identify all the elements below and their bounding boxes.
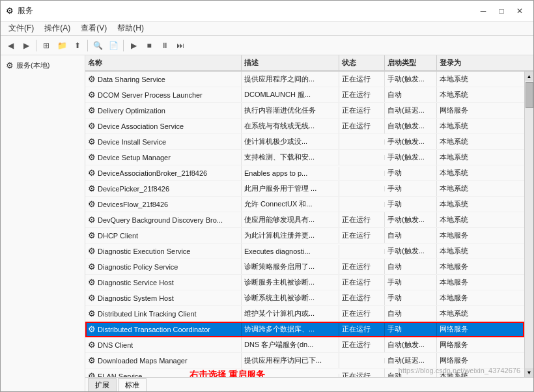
filter-button[interactable]: 🔍 <box>91 38 105 53</box>
toolbar: ◀ ▶ ⊞ 📁 ⬆ 🔍 📄 ▶ ■ ⏸ ⏭ <box>1 36 533 55</box>
table-row[interactable]: ⚙ Device Install Service 使计算机极少或没... 手动(… <box>85 134 524 150</box>
back-button[interactable]: ◀ <box>3 38 18 53</box>
table-row[interactable]: ⚙ Device Association Service 在系统与有线或无线..… <box>85 119 524 134</box>
table-row[interactable]: ⚙ ELAN Service 正在运行 自动 本地系统 右击选择 重启服务 <box>85 369 524 377</box>
service-logon: 本地系统 <box>437 72 489 87</box>
service-logon: 本地系统 <box>437 369 489 377</box>
table-row[interactable]: ⚙ Diagnostic Policy Service 诊断策略服务启用了...… <box>85 259 524 275</box>
service-name: Diagnostic Service Host <box>98 279 174 287</box>
service-logon: 网络服务 <box>437 322 489 337</box>
menu-view[interactable]: 查看(V) <box>76 21 112 35</box>
table-row[interactable]: ⚙ DHCP Client 为此计算机注册并更... 正在运行 自动 本地服务 <box>85 228 524 244</box>
service-desc: 使计算机极少或没... <box>242 134 339 149</box>
table-row[interactable]: ⚙ Diagnostic Service Host 诊断服务主机被诊断... 正… <box>85 275 524 290</box>
scroll-down-arrow[interactable]: ▼ <box>525 368 534 377</box>
service-name: Device Association Service <box>98 122 184 130</box>
restart-button[interactable]: ⏭ <box>173 38 188 53</box>
table-row[interactable]: ⚙ DNS Client DNS 客户端服务(dn... 正在运行 自动(触发.… <box>85 337 524 353</box>
window-controls: ─ □ ✕ <box>475 5 528 18</box>
service-status: 正在运行 <box>339 212 385 227</box>
service-status <box>339 358 385 363</box>
close-button[interactable]: ✕ <box>511 5 528 18</box>
service-startup: 手动(触发... <box>385 150 437 165</box>
menu-action[interactable]: 操作(A) <box>39 21 76 35</box>
service-icon: ⚙ <box>88 262 96 272</box>
service-logon: 本地系统 <box>437 87 489 102</box>
service-name: Diagnostic Execution Service <box>98 247 190 255</box>
play-button[interactable]: ▶ <box>126 38 141 53</box>
folder-button[interactable]: 📁 <box>55 38 69 53</box>
service-startup: 手动 <box>385 181 437 196</box>
service-status: 正在运行 <box>339 72 385 87</box>
pause-button[interactable]: ⏸ <box>158 38 172 53</box>
main-content: ⚙ 服务(本地) 名称 描述 状态 启动类型 登录为 ⚙ Data Sharin… <box>1 55 533 391</box>
service-logon: 本地系统 <box>437 212 489 227</box>
service-startup: 手动(触发... <box>385 212 437 227</box>
service-startup: 手动 <box>385 322 437 337</box>
service-logon: 本地系统 <box>437 306 489 321</box>
service-startup: 自动 <box>385 228 437 243</box>
maximize-button[interactable]: □ <box>493 5 510 18</box>
service-startup: 手动 <box>385 290 437 305</box>
table-row[interactable]: ⚙ Data Sharing Service 提供应用程序之间的... 正在运行… <box>85 72 524 87</box>
table-row[interactable]: ⚙ DevicePicker_21f8426 此用户服务用于管理 ... 手动 … <box>85 181 524 197</box>
minimize-button[interactable]: ─ <box>475 5 492 18</box>
table-row[interactable]: ⚙ Diagnostic System Host 诊断系统主机被诊断... 正在… <box>85 290 524 306</box>
scrollbar[interactable]: ▲ ▼ <box>524 72 533 377</box>
table-row[interactable]: ⚙ Delivery Optimization 执行内容渐进优化任务 正在运行 … <box>85 103 524 119</box>
header-desc[interactable]: 描述 <box>242 55 339 70</box>
header-startup[interactable]: 启动类型 <box>385 55 437 70</box>
service-logon: 本地系统 <box>437 119 489 133</box>
menu-file[interactable]: 文件(F) <box>3 21 39 35</box>
table-row[interactable]: ⚙ DeviceAssociationBroker_21f8426 Enable… <box>85 165 524 181</box>
forward-button[interactable]: ▶ <box>19 38 33 53</box>
table-row[interactable]: ⚙ DevicesFlow_21f8426 允许 ConnectUX 和... … <box>85 197 524 212</box>
service-startup: 自动 <box>385 369 437 377</box>
stop-button[interactable]: ■ <box>142 38 156 53</box>
table-row[interactable]: ⚙ Distributed Transaction Coordinator 协调… <box>85 322 524 337</box>
properties-button[interactable]: 📄 <box>106 38 120 53</box>
service-name: Delivery Optimization <box>98 107 165 115</box>
service-icon: ⚙ <box>88 309 96 318</box>
service-logon: 网络服务 <box>437 103 489 118</box>
header-logon[interactable]: 登录为 <box>437 55 489 70</box>
table-row[interactable]: ⚙ Downloaded Maps Manager 提供应用程序访问已下... … <box>85 353 524 369</box>
table-row[interactable]: ⚙ Distributed Link Tracking Client 维护某个计… <box>85 306 524 322</box>
header-status[interactable]: 状态 <box>339 55 385 70</box>
service-logon: 本地系统 <box>437 197 489 212</box>
sidebar-item-local-services[interactable]: ⚙ 服务(本地) <box>3 58 82 73</box>
service-name: ELAN Service <box>98 372 142 378</box>
service-status <box>339 155 385 160</box>
service-name: DNS Client <box>98 341 133 349</box>
table-row[interactable]: ⚙ DCOM Server Process Launcher DCOMLAUNC… <box>85 87 524 103</box>
service-icon: ⚙ <box>88 356 96 365</box>
header-name[interactable]: 名称 <box>85 55 242 70</box>
service-desc: 提供应用程序之间的... <box>242 72 339 87</box>
window-title: 服务 <box>18 5 33 16</box>
service-status: 正在运行 <box>339 259 385 274</box>
bottom-tabs: 扩展 标准 <box>85 377 533 391</box>
service-logon: 本地服务 <box>437 228 489 243</box>
scroll-track[interactable] <box>525 81 534 368</box>
up-button[interactable]: ⬆ <box>70 38 85 53</box>
service-desc: 此用户服务用于管理 ... <box>242 181 339 196</box>
service-status: 正在运行 <box>339 103 385 118</box>
service-startup: 自动 <box>385 259 437 274</box>
tab-extended[interactable]: 扩展 <box>88 378 117 391</box>
service-desc: 诊断策略服务启用了... <box>242 259 339 274</box>
menu-help[interactable]: 帮助(H) <box>112 21 149 35</box>
view-button[interactable]: ⊞ <box>39 38 53 53</box>
tab-standard[interactable]: 标准 <box>118 378 147 391</box>
table-row[interactable]: ⚙ Device Setup Manager 支持检测、下载和安... 手动(触… <box>85 150 524 165</box>
service-desc: 维护某个计算机内或... <box>242 306 339 321</box>
scroll-thumb[interactable] <box>526 82 533 108</box>
service-desc: 支持检测、下载和安... <box>242 150 339 165</box>
service-logon: 本地系统 <box>437 181 489 196</box>
table-row[interactable]: ⚙ Diagnostic Execution Service Executes … <box>85 244 524 259</box>
service-startup: 手动 <box>385 165 437 180</box>
table-scroll[interactable]: ⚙ Data Sharing Service 提供应用程序之间的... 正在运行… <box>85 72 524 377</box>
scroll-up-arrow[interactable]: ▲ <box>525 72 534 81</box>
table-row[interactable]: ⚙ DevQuery Background Discovery Bro... 使… <box>85 212 524 228</box>
title-bar: ⚙ 服务 ─ □ ✕ <box>1 1 533 21</box>
service-startup: 自动(触发... <box>385 119 437 133</box>
